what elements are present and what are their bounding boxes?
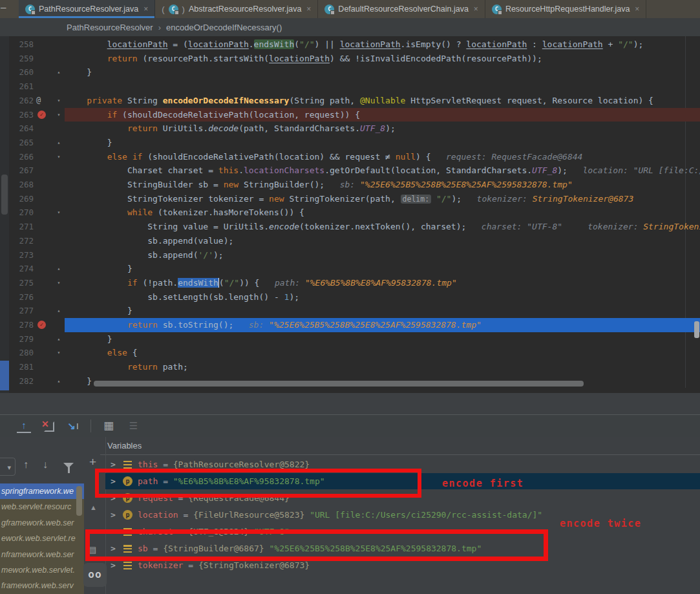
code-line[interactable]: 270▾ while (tokenizer.hasMoreTokens()) { <box>9 206 700 220</box>
code-text[interactable]: String value = UriUtils.encode(tokenizer… <box>67 220 700 234</box>
next-frame-icon[interactable]: ↓ <box>43 459 48 471</box>
frames-scrollbar-thumb[interactable] <box>76 486 82 516</box>
hide-frames-filter-icon[interactable] <box>63 463 74 468</box>
breakpoint-icon[interactable]: ✓ <box>37 111 46 119</box>
code-line[interactable]: 279▴ } <box>9 332 700 346</box>
code-text[interactable]: } <box>67 262 133 276</box>
code-line[interactable]: 265▴ } <box>9 136 700 150</box>
code-text[interactable]: return (resourcePath.startsWith(location… <box>67 52 542 66</box>
code-text[interactable]: StringTokenizer tokenizer = new StringTo… <box>67 192 633 207</box>
code-line[interactable]: 262@▾ private String encodeOrDecodeIfNec… <box>9 94 700 108</box>
horizontal-scrollbar[interactable] <box>94 381 584 387</box>
code-text[interactable]: } <box>67 65 92 80</box>
code-text[interactable]: sb.append('/'); <box>67 248 224 262</box>
vertical-scrollbar[interactable] <box>694 321 699 338</box>
code-text[interactable]: while (tokenizer.hasMoreTokens()) { <box>67 206 304 220</box>
code-text[interactable]: return path; <box>67 360 188 374</box>
code-line[interactable]: 273 sb.append('/'); <box>9 248 700 262</box>
inline-debug-hint: tokenizer: <box>588 222 643 231</box>
code-line[interactable]: 280▾ else { <box>9 346 700 360</box>
evaluate-expression-icon[interactable]: ▦ <box>101 419 116 433</box>
code-text[interactable]: if (!path.endsWith("/")) { path: "%E6%B5… <box>67 276 457 290</box>
stack-frame-item[interactable]: nframework.web.ser <box>0 547 84 562</box>
code-line[interactable]: 278✓ return sb.toString(); sb: "%25E6%25… <box>9 318 700 332</box>
code-line[interactable]: 268 StringBuilder sb = new StringBuilder… <box>9 178 700 192</box>
close-icon[interactable]: × <box>635 5 639 14</box>
code-line[interactable]: 259 return (resourcePath.startsWith(loca… <box>9 52 700 66</box>
add-watch-icon[interactable]: + <box>89 455 96 469</box>
step-out-icon[interactable]: ↑ <box>17 419 31 433</box>
code-text[interactable]: else { <box>67 346 138 360</box>
previous-frame-icon[interactable]: ↑ <box>23 459 28 471</box>
move-up-icon[interactable]: ▲ <box>90 504 97 511</box>
close-icon[interactable]: × <box>474 5 478 14</box>
expand-chevron-icon[interactable]: > <box>111 507 116 523</box>
drop-frame-icon[interactable]: ✕ <box>41 419 56 433</box>
breadcrumb-class[interactable]: PathResourceResolver <box>67 23 153 32</box>
code-line[interactable]: 269 StringTokenizer tokenizer = new Stri… <box>9 192 700 206</box>
fold-marker-icon[interactable]: ▴ <box>54 136 63 150</box>
stack-frame-item[interactable]: mework.web.servlet. <box>0 562 84 578</box>
code-line[interactable]: 271 String value = UriUtils.encode(token… <box>9 220 700 234</box>
close-icon[interactable]: × <box>143 5 148 14</box>
close-icon[interactable]: × <box>306 5 311 14</box>
thread-dropdown[interactable]: ▾ <box>0 458 16 476</box>
fold-marker-icon[interactable]: ▴ <box>54 304 63 318</box>
code-line[interactable]: 258 locationPath = (locationPath.endsWit… <box>9 37 700 52</box>
code-text[interactable]: else if (shouldEncodeRelativePath(locati… <box>67 150 582 164</box>
code-line[interactable]: 261 <box>9 80 700 94</box>
code-line[interactable]: 276 sb.setLength(sb.length() - 1); <box>9 290 700 304</box>
code-text[interactable]: return UriUtils.decode(path, StandardCha… <box>67 122 396 136</box>
code-text[interactable]: StringBuilder sb = new StringBuilder(); … <box>67 178 573 192</box>
tab-pathresourceresolver-java[interactable]: CPathResourceResolver.java× <box>19 0 155 18</box>
stack-frame-item[interactable]: ework.web.servlet.re <box>0 531 84 546</box>
annotation-label-encode-first: encode first <box>442 478 524 489</box>
code-text[interactable]: return sb.toString(); sb: "%25E6%25B5%25… <box>67 318 482 332</box>
tab-abstractresourceresolver-java[interactable]: (C)AbstractResourceResolver.java× <box>155 0 318 18</box>
code-line[interactable]: 275▾ if (!path.endsWith("/")) { path: "%… <box>9 276 700 290</box>
code-line[interactable]: 266▾ else if (shouldEncodeRelativePath(l… <box>9 150 700 164</box>
code-text[interactable]: } <box>67 136 112 150</box>
fold-marker-icon[interactable]: ▴ <box>54 332 63 346</box>
code-line[interactable]: 267 Charset charset = this.locationChars… <box>9 164 700 178</box>
fold-marker-icon[interactable]: ▴ <box>54 65 63 80</box>
mini-scrollbar-thumb[interactable] <box>1 175 8 215</box>
breakpoint-icon[interactable]: ✓ <box>37 321 46 329</box>
minimize-icon[interactable]: — <box>0 0 19 18</box>
fold-marker-icon[interactable]: ▾ <box>54 276 63 290</box>
code-line[interactable]: 281 return path; <box>9 360 700 374</box>
code-text[interactable]: } <box>67 374 92 388</box>
code-text[interactable]: sb.setLength(sb.length() - 1); <box>67 290 299 304</box>
tab-resourcehttprequesthandler-java[interactable]: CResourceHttpRequestHandler.java× <box>485 0 646 18</box>
code-line[interactable]: 272 sb.append(value); <box>9 234 700 248</box>
fold-marker-icon[interactable]: ▴ <box>54 374 63 388</box>
code-line[interactable]: 277▴ } <box>9 304 700 318</box>
code-text[interactable]: locationPath = (locationPath.endsWith("/… <box>67 37 643 52</box>
code-line[interactable]: 274▴ } <box>9 262 700 276</box>
fold-marker-icon[interactable]: ▾ <box>54 94 63 108</box>
breadcrumb-method[interactable]: encodeOrDecodeIfNecessary() <box>166 23 282 32</box>
code-line[interactable]: 264 return UriUtils.decode(path, Standar… <box>9 122 700 136</box>
code-editor[interactable]: 258 locationPath = (locationPath.endsWit… <box>0 36 700 393</box>
code-text[interactable]: Charset charset = this.locationCharsets.… <box>67 164 700 178</box>
fold-marker-icon[interactable]: ▴ <box>54 262 63 276</box>
code-text[interactable]: } <box>67 304 133 318</box>
code-text[interactable]: } <box>67 332 112 346</box>
fold-marker-icon[interactable]: ▾ <box>54 346 63 360</box>
tab-label: AbstractResourceResolver.java <box>189 5 301 14</box>
code-text[interactable]: sb.append(value); <box>67 234 233 248</box>
stack-frame-item[interactable]: web.servlet.resourc <box>0 499 84 514</box>
fold-marker-icon[interactable]: ▾ <box>54 150 63 164</box>
fold-marker-icon[interactable]: ▾ <box>54 206 63 220</box>
stack-frame-item[interactable]: springframework.we <box>0 483 84 499</box>
tab-defaultresourceresolverchain-java[interactable]: CDefaultResourceResolverChain.java× <box>318 0 485 18</box>
show-watches-icon[interactable]: oo <box>83 563 107 587</box>
code-line[interactable]: 263✓▾ if (shouldDecodeRelativePath(locat… <box>9 108 700 122</box>
fold-marker-icon[interactable]: ▾ <box>54 108 63 122</box>
code-text[interactable]: if (shouldDecodeRelativePath(location, r… <box>67 108 360 122</box>
code-text[interactable]: private String encodeOrDecodeIfNecessary… <box>67 94 700 108</box>
run-to-cursor-icon[interactable]: ↘I <box>66 419 80 433</box>
stack-frame-item[interactable]: gframework.web.ser <box>0 515 84 531</box>
code-line[interactable]: 260▴ } <box>9 65 700 80</box>
stack-frame-item[interactable]: framework.web.serv <box>0 578 84 593</box>
